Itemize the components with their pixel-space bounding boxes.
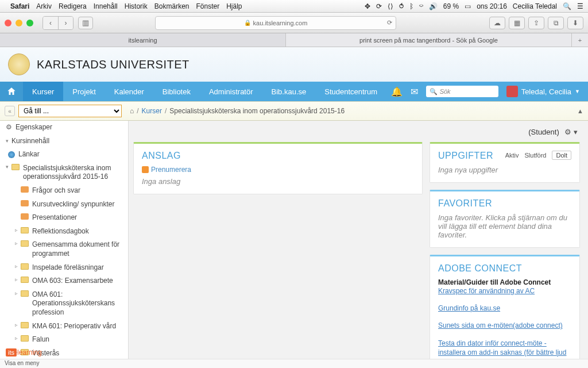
settings-gear-icon[interactable]: ⚙ ▾ (564, 128, 578, 136)
menu-historik[interactable]: Historik (125, 2, 148, 10)
sidebar-item-label: Presentationer (32, 213, 122, 223)
safari-toolbar: ‹ › ▥ 🔒 kau.itslearning.com ⟳ ☁ ▦ ⇪ ⧉ ⬇ (0, 13, 588, 33)
tab-google[interactable]: print screen på mac tangentbord - Sök på… (286, 33, 572, 47)
nav-bibkause[interactable]: Bib.kau.se (262, 82, 316, 101)
mac-menubar: Safari Arkiv Redigera Innehåll Historik … (0, 0, 588, 13)
menu-fonster[interactable]: Fönster (196, 2, 220, 10)
adobe-link-1[interactable]: Grundinfo på kau.se (438, 304, 571, 313)
nav-kurser[interactable]: Kurser (23, 82, 63, 101)
chevron-down-icon: ▼ (575, 89, 580, 94)
mail-icon[interactable]: ✉ (411, 86, 418, 97)
nav-administrator[interactable]: Administratör (200, 82, 262, 101)
content: ⚙Egenskaper ▾Kursinnehåll Länkar ▾Specia… (0, 121, 588, 359)
grid-button[interactable]: ▦ (509, 17, 525, 29)
user-menu[interactable]: Teledal, Cecilia ▼ (506, 86, 580, 97)
sidebar-item[interactable]: ▹Inspelade föreläsningar (0, 261, 128, 275)
bell-icon[interactable]: 🔔 (391, 86, 403, 97)
share-button[interactable]: ⇪ (528, 17, 544, 29)
sidebar-course[interactable]: ▾Specialistsjuksköterska inom operations… (0, 162, 128, 184)
sidebar-root-label: Kursinnehåll (11, 137, 49, 146)
adobe-link-0[interactable]: Kravspec för användning av AC (438, 286, 571, 296)
safari-tabs: itslearning print screen på mac tangentb… (0, 33, 588, 47)
sidebar-item[interactable]: ▹KMA 601: Perioperativ vård (0, 320, 128, 334)
sidebar-item[interactable]: ▹Gemensamma dokument för programmet (0, 238, 128, 260)
sidebar-item[interactable]: ▹OMA 601: Operationssjuksköterskans prof… (0, 288, 128, 320)
sidebar-item-label: Frågor och svar (32, 186, 122, 195)
sidebar-root[interactable]: ▾Kursinnehåll (0, 135, 128, 148)
dropbox-icon[interactable]: ✥ (365, 2, 370, 10)
caret-right-icon: ▹ (15, 322, 21, 329)
anslag-title: ANSLAG (142, 151, 414, 161)
battery-percent: 69 % (443, 2, 459, 10)
panel-uppgifter: Aktiv Slutförd Dolt UPPGIFTER Inga nya u… (430, 142, 580, 183)
discussion-icon (21, 213, 29, 220)
adobe-link-2[interactable]: Sunets sida om e-möten(adobe connect) (438, 321, 571, 330)
sidebar-item[interactable]: Kursutveckling/ synpunkter (0, 198, 128, 212)
menu-innehall[interactable]: Innehåll (94, 2, 118, 10)
sidebar-course-label: Specialistsjuksköterska inom operationss… (23, 164, 122, 182)
bluetooth-icon[interactable]: ᛒ (409, 2, 413, 10)
volume-icon[interactable]: 🔊 (429, 2, 438, 10)
code-icon[interactable]: ⟨⟩ (388, 2, 393, 10)
sidebar-item[interactable]: Frågor och svar (0, 184, 128, 198)
maximize-window-button[interactable] (26, 20, 33, 26)
home-button[interactable] (0, 82, 23, 101)
search-input[interactable]: 🔍Sök (426, 86, 498, 97)
sidebar-item-label: Reflektionsdagbok (32, 227, 122, 236)
expand-button[interactable]: ▲ (577, 108, 583, 114)
timemachine-icon[interactable]: ⥀ (399, 2, 404, 10)
menu-hjalp[interactable]: Hjälp (226, 2, 242, 10)
lock-icon: 🔒 (244, 20, 251, 26)
status-bar: Visa en meny (0, 359, 588, 368)
menu-arkiv[interactable]: Arkiv (36, 2, 52, 10)
panel-adobe: ADOBE CONNECT Material/Guider till Adobe… (430, 255, 580, 359)
menu-redigera[interactable]: Redigera (59, 2, 87, 10)
breadcrumb-home-icon[interactable]: ⌂ (130, 107, 134, 115)
sidebar-item[interactable]: Presentationer (0, 211, 128, 225)
filter-hidden[interactable]: Dolt (552, 151, 571, 160)
menu-extras-icon[interactable]: ☰ (577, 2, 583, 10)
role-bar: (Student) ⚙ ▾ (133, 125, 580, 142)
anslag-subscribe[interactable]: Prenumerera (142, 166, 414, 174)
sidebar-item[interactable]: ▹OMA 603: Examensarbete (0, 274, 128, 288)
download-button[interactable]: ⬇ (567, 17, 583, 29)
reload-icon[interactable]: ⟳ (387, 19, 392, 26)
sidebar-links[interactable]: Länkar (0, 148, 128, 162)
mac-user[interactable]: Cecilia Teledal (513, 2, 557, 10)
menu-bokmarken[interactable]: Bokmärken (154, 2, 189, 10)
app-name[interactable]: Safari (10, 2, 29, 10)
collapse-sidebar-button[interactable]: « (5, 106, 15, 116)
new-tab-button[interactable]: + (572, 33, 588, 47)
site-header: KARLSTADS UNIVERSITET (0, 47, 588, 82)
goto-select[interactable]: Gå till ... (18, 105, 122, 117)
battery-icon[interactable]: ▭ (465, 2, 471, 10)
minimize-window-button[interactable] (16, 20, 22, 26)
back-button[interactable]: ‹ (43, 17, 58, 29)
sidebar-item-label: OMA 603: Examensarbete (32, 277, 122, 286)
nav-studentcentrum[interactable]: Studentcentrum (315, 82, 386, 101)
close-window-button[interactable] (5, 20, 11, 26)
sync-icon[interactable]: ⟳ (376, 2, 382, 10)
folder-icon (21, 227, 29, 233)
forward-button[interactable]: › (58, 17, 73, 29)
cloud-button[interactable]: ☁ (489, 17, 505, 29)
nav-projekt[interactable]: Projekt (63, 82, 105, 101)
rss-icon (142, 166, 149, 173)
adobe-link-3[interactable]: Testa din dator inför connect-möte - ins… (438, 339, 571, 359)
nav-kalender[interactable]: Kalender (105, 82, 153, 101)
address-bar[interactable]: 🔒 kau.itslearning.com ⟳ (155, 16, 396, 30)
caret-right-icon: ▹ (15, 227, 21, 234)
wifi-icon[interactable]: ⌔ (419, 2, 423, 10)
sidebar-properties[interactable]: ⚙Egenskaper (0, 121, 128, 135)
nav-bibliotek[interactable]: Bibliotek (153, 82, 200, 101)
breadcrumb-kurser[interactable]: Kurser (142, 107, 162, 115)
tabs-button[interactable]: ⧉ (548, 17, 564, 29)
filter-overdue[interactable]: Slutförd (525, 152, 547, 159)
spotlight-icon[interactable]: 🔍 (563, 2, 571, 10)
sidebar-toggle-button[interactable]: ▥ (78, 17, 93, 29)
filter-active[interactable]: Aktiv (505, 152, 519, 159)
sidebar-item-label: OMA 601: Operationssjuksköterskans profe… (32, 290, 122, 317)
sidebar-item[interactable]: ▹Falun (0, 333, 128, 347)
tab-itslearning[interactable]: itslearning (0, 33, 286, 47)
sidebar-item[interactable]: ▹Reflektionsdagbok (0, 225, 128, 239)
